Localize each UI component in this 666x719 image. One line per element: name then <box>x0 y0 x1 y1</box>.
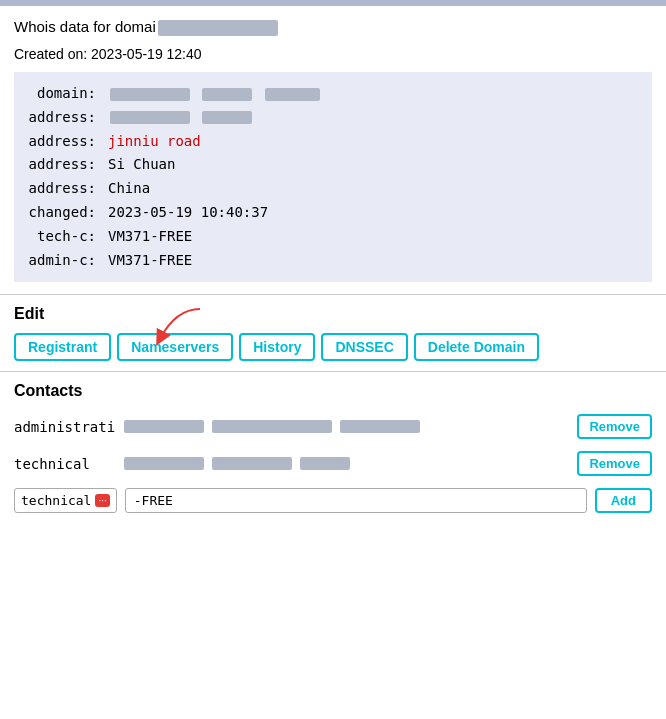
whois-row: address: jinniu road <box>26 130 640 154</box>
contact-type-technical: technical <box>14 456 114 472</box>
whois-row: address: China <box>26 177 640 201</box>
whois-val-address2: jinniu road <box>108 130 201 154</box>
whois-row: address: Si Chuan <box>26 153 640 177</box>
contact-row-admin: administrati Remove <box>14 414 652 439</box>
header-blurred <box>158 20 278 36</box>
remove-button-technical[interactable]: Remove <box>577 451 652 476</box>
whois-key-address2: address: <box>26 130 96 154</box>
dots-icon: ··· <box>95 494 109 507</box>
whois-key-address3: address: <box>26 153 96 177</box>
whois-row: admin-c: VM371-FREE <box>26 249 640 273</box>
edit-title: Edit <box>14 305 652 323</box>
whois-key-address4: address: <box>26 177 96 201</box>
whois-val-adminc: VM371-FREE <box>108 249 192 273</box>
add-contact-row: technical ··· Add <box>14 488 652 513</box>
dnssec-button[interactable]: DNSSEC <box>321 333 407 361</box>
contact-type-admin: administrati <box>14 419 114 435</box>
registrant-button[interactable]: Registrant <box>14 333 111 361</box>
nameservers-button[interactable]: Nameservers <box>117 333 233 361</box>
contact-row-technical: technical Remove <box>14 451 652 476</box>
whois-row: domain: <box>26 82 640 106</box>
whois-val-address1 <box>108 106 254 130</box>
whois-section: Whois data for domai Created on: 2023-05… <box>0 6 666 295</box>
whois-key-changed: changed: <box>26 201 96 225</box>
history-button[interactable]: History <box>239 333 315 361</box>
whois-key-address1: address: <box>26 106 96 130</box>
whois-val-address3: Si Chuan <box>108 153 175 177</box>
contact-blurred-technical <box>122 455 569 472</box>
whois-table: domain: address: address: jinniu road ad… <box>14 72 652 282</box>
contact-blurred-admin <box>122 418 569 435</box>
whois-row: address: <box>26 106 640 130</box>
whois-row: changed: 2023-05-19 10:40:37 <box>26 201 640 225</box>
whois-val-changed: 2023-05-19 10:40:37 <box>108 201 268 225</box>
whois-row: tech-c: VM371-FREE <box>26 225 640 249</box>
add-button[interactable]: Add <box>595 488 652 513</box>
contacts-title: Contacts <box>14 382 652 400</box>
whois-val-techc: VM371-FREE <box>108 225 192 249</box>
add-value-input[interactable] <box>125 488 587 513</box>
add-type-box[interactable]: technical ··· <box>14 488 117 513</box>
contacts-section: Contacts administrati Remove technical R… <box>0 372 666 523</box>
whois-val-address4: China <box>108 177 150 201</box>
created-on: Created on: 2023-05-19 12:40 <box>14 46 652 62</box>
whois-key-techc: tech-c: <box>26 225 96 249</box>
remove-button-admin[interactable]: Remove <box>577 414 652 439</box>
delete-domain-button[interactable]: Delete Domain <box>414 333 539 361</box>
whois-val-domain <box>108 82 322 106</box>
whois-key-adminc: admin-c: <box>26 249 96 273</box>
add-type-label: technical <box>21 493 91 508</box>
whois-key-domain: domain: <box>26 82 96 106</box>
whois-header: Whois data for domai <box>14 18 652 38</box>
edit-section: Edit Registrant Nameservers History DNSS… <box>0 295 666 372</box>
edit-buttons-row: Registrant Nameservers History DNSSEC De… <box>14 333 652 361</box>
